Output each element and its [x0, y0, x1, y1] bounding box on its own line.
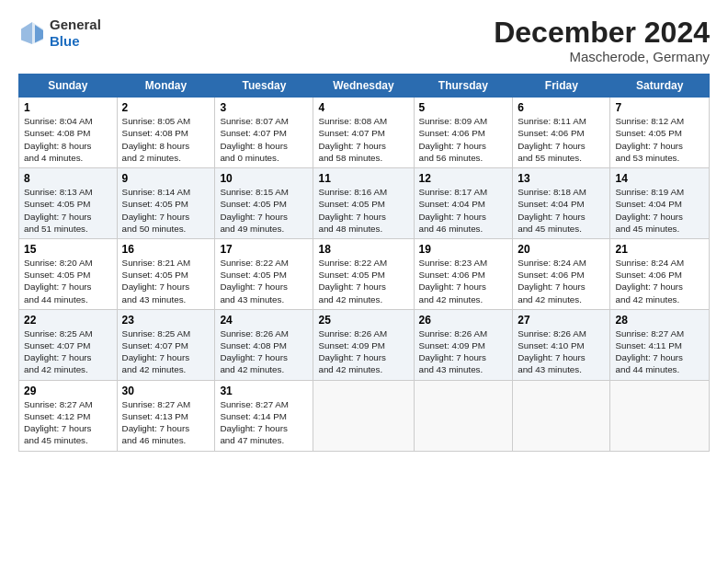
- table-row: 29Sunrise: 8:27 AMSunset: 4:12 PMDayligh…: [19, 380, 118, 451]
- day-number: 31: [220, 385, 308, 397]
- day-info: Sunrise: 8:27 AMSunset: 4:12 PMDaylight:…: [24, 398, 112, 447]
- calendar-week-row: 8Sunrise: 8:13 AMSunset: 4:05 PMDaylight…: [19, 168, 710, 239]
- day-info: Sunrise: 8:24 AMSunset: 4:06 PMDaylight:…: [615, 257, 704, 305]
- day-number: 26: [419, 314, 508, 327]
- table-row: 3Sunrise: 8:07 AMSunset: 4:07 PMDaylight…: [215, 98, 313, 168]
- day-number: 23: [122, 314, 210, 327]
- day-info: Sunrise: 8:17 AMSunset: 4:04 PMDaylight:…: [419, 186, 508, 235]
- calendar-week-row: 1Sunrise: 8:04 AMSunset: 4:08 PMDaylight…: [19, 98, 710, 168]
- day-info: Sunrise: 8:04 AMSunset: 4:08 PMDaylight:…: [24, 115, 112, 164]
- calendar-week-row: 29Sunrise: 8:27 AMSunset: 4:12 PMDayligh…: [19, 380, 710, 451]
- day-number: 4: [318, 101, 408, 114]
- table-row: [610, 380, 710, 451]
- day-info: Sunrise: 8:26 AMSunset: 4:08 PMDaylight:…: [220, 327, 308, 376]
- col-wednesday: Wednesday: [313, 75, 414, 98]
- day-info: Sunrise: 8:25 AMSunset: 4:07 PMDaylight:…: [122, 327, 210, 376]
- calendar-table: Sunday Monday Tuesday Wednesday Thursday…: [18, 74, 710, 451]
- day-info: Sunrise: 8:07 AMSunset: 4:07 PMDaylight:…: [220, 115, 308, 164]
- day-info: Sunrise: 8:13 AMSunset: 4:05 PMDaylight:…: [24, 186, 112, 235]
- day-number: 22: [24, 314, 112, 327]
- day-info: Sunrise: 8:22 AMSunset: 4:05 PMDaylight:…: [220, 257, 308, 305]
- day-number: 28: [615, 314, 704, 327]
- col-monday: Monday: [117, 75, 215, 98]
- day-number: 5: [419, 101, 508, 114]
- table-row: 27Sunrise: 8:26 AMSunset: 4:10 PMDayligh…: [513, 309, 610, 380]
- day-number: 24: [220, 314, 308, 327]
- table-row: 6Sunrise: 8:11 AMSunset: 4:06 PMDaylight…: [513, 98, 610, 168]
- day-number: 25: [318, 314, 408, 327]
- day-number: 7: [615, 101, 704, 114]
- table-row: 21Sunrise: 8:24 AMSunset: 4:06 PMDayligh…: [610, 238, 710, 309]
- day-info: Sunrise: 8:19 AMSunset: 4:04 PMDaylight:…: [615, 186, 704, 235]
- day-number: 11: [318, 172, 408, 185]
- day-info: Sunrise: 8:08 AMSunset: 4:07 PMDaylight:…: [318, 115, 408, 164]
- day-number: 19: [419, 243, 508, 256]
- table-row: 13Sunrise: 8:18 AMSunset: 4:04 PMDayligh…: [513, 168, 610, 239]
- calendar-header-row: Sunday Monday Tuesday Wednesday Thursday…: [19, 75, 710, 98]
- day-number: 29: [24, 385, 112, 397]
- table-row: 1Sunrise: 8:04 AMSunset: 4:08 PMDaylight…: [19, 98, 118, 168]
- table-row: 2Sunrise: 8:05 AMSunset: 4:08 PMDaylight…: [117, 98, 215, 168]
- day-info: Sunrise: 8:27 AMSunset: 4:14 PMDaylight:…: [220, 398, 308, 447]
- day-number: 1: [24, 101, 112, 114]
- logo-blue: Blue: [50, 33, 80, 49]
- table-row: 24Sunrise: 8:26 AMSunset: 4:08 PMDayligh…: [215, 309, 313, 380]
- day-info: Sunrise: 8:25 AMSunset: 4:07 PMDaylight:…: [24, 327, 112, 376]
- table-row: 22Sunrise: 8:25 AMSunset: 4:07 PMDayligh…: [19, 309, 118, 380]
- day-info: Sunrise: 8:26 AMSunset: 4:10 PMDaylight:…: [518, 327, 605, 376]
- day-info: Sunrise: 8:22 AMSunset: 4:05 PMDaylight:…: [318, 257, 408, 305]
- day-number: 12: [419, 172, 508, 185]
- table-row: [414, 380, 513, 451]
- table-row: 25Sunrise: 8:26 AMSunset: 4:09 PMDayligh…: [313, 309, 414, 380]
- table-row: 8Sunrise: 8:13 AMSunset: 4:05 PMDaylight…: [19, 168, 118, 239]
- table-row: 28Sunrise: 8:27 AMSunset: 4:11 PMDayligh…: [610, 309, 710, 380]
- table-row: 14Sunrise: 8:19 AMSunset: 4:04 PMDayligh…: [610, 168, 710, 239]
- table-row: 4Sunrise: 8:08 AMSunset: 4:07 PMDaylight…: [313, 98, 414, 168]
- day-info: Sunrise: 8:14 AMSunset: 4:05 PMDaylight:…: [122, 186, 210, 235]
- day-info: Sunrise: 8:24 AMSunset: 4:06 PMDaylight:…: [518, 257, 605, 305]
- header: General Blue December 2024 Mascherode, G…: [18, 17, 710, 64]
- day-info: Sunrise: 8:12 AMSunset: 4:05 PMDaylight:…: [615, 115, 704, 164]
- table-row: 23Sunrise: 8:25 AMSunset: 4:07 PMDayligh…: [117, 309, 215, 380]
- day-number: 2: [122, 101, 210, 114]
- col-saturday: Saturday: [610, 75, 710, 98]
- day-info: Sunrise: 8:27 AMSunset: 4:13 PMDaylight:…: [122, 398, 210, 447]
- svg-marker-2: [21, 22, 32, 44]
- day-number: 16: [122, 243, 210, 256]
- table-row: 20Sunrise: 8:24 AMSunset: 4:06 PMDayligh…: [513, 238, 610, 309]
- day-info: Sunrise: 8:05 AMSunset: 4:08 PMDaylight:…: [122, 115, 210, 164]
- table-row: 16Sunrise: 8:21 AMSunset: 4:05 PMDayligh…: [117, 238, 215, 309]
- table-row: 10Sunrise: 8:15 AMSunset: 4:05 PMDayligh…: [215, 168, 313, 239]
- day-info: Sunrise: 8:26 AMSunset: 4:09 PMDaylight:…: [318, 327, 408, 376]
- calendar-title: December 2024: [494, 17, 710, 49]
- table-row: 9Sunrise: 8:14 AMSunset: 4:05 PMDaylight…: [117, 168, 215, 239]
- day-number: 14: [615, 172, 704, 185]
- table-row: 19Sunrise: 8:23 AMSunset: 4:06 PMDayligh…: [414, 238, 513, 309]
- page: General Blue December 2024 Mascherode, G…: [0, 0, 728, 563]
- day-number: 15: [24, 243, 112, 256]
- calendar-week-row: 22Sunrise: 8:25 AMSunset: 4:07 PMDayligh…: [19, 309, 710, 380]
- table-row: 11Sunrise: 8:16 AMSunset: 4:05 PMDayligh…: [313, 168, 414, 239]
- day-number: 10: [220, 172, 308, 185]
- day-number: 3: [220, 101, 308, 114]
- day-info: Sunrise: 8:16 AMSunset: 4:05 PMDaylight:…: [318, 186, 408, 235]
- day-info: Sunrise: 8:15 AMSunset: 4:05 PMDaylight:…: [220, 186, 308, 235]
- table-row: [513, 380, 610, 451]
- col-friday: Friday: [513, 75, 610, 98]
- day-info: Sunrise: 8:11 AMSunset: 4:06 PMDaylight:…: [518, 115, 605, 164]
- day-number: 18: [318, 243, 408, 256]
- logo-general: General: [50, 17, 101, 32]
- col-tuesday: Tuesday: [215, 75, 313, 98]
- table-row: 7Sunrise: 8:12 AMSunset: 4:05 PMDaylight…: [610, 98, 710, 168]
- day-info: Sunrise: 8:23 AMSunset: 4:06 PMDaylight:…: [419, 257, 508, 305]
- logo-text: General Blue: [50, 17, 101, 50]
- table-row: [313, 380, 414, 451]
- day-number: 9: [122, 172, 210, 185]
- day-info: Sunrise: 8:20 AMSunset: 4:05 PMDaylight:…: [24, 257, 112, 305]
- day-info: Sunrise: 8:18 AMSunset: 4:04 PMDaylight:…: [518, 186, 605, 235]
- day-number: 13: [518, 172, 605, 185]
- day-info: Sunrise: 8:21 AMSunset: 4:05 PMDaylight:…: [122, 257, 210, 305]
- day-number: 21: [615, 243, 704, 256]
- day-number: 8: [24, 172, 112, 185]
- table-row: 5Sunrise: 8:09 AMSunset: 4:06 PMDaylight…: [414, 98, 513, 168]
